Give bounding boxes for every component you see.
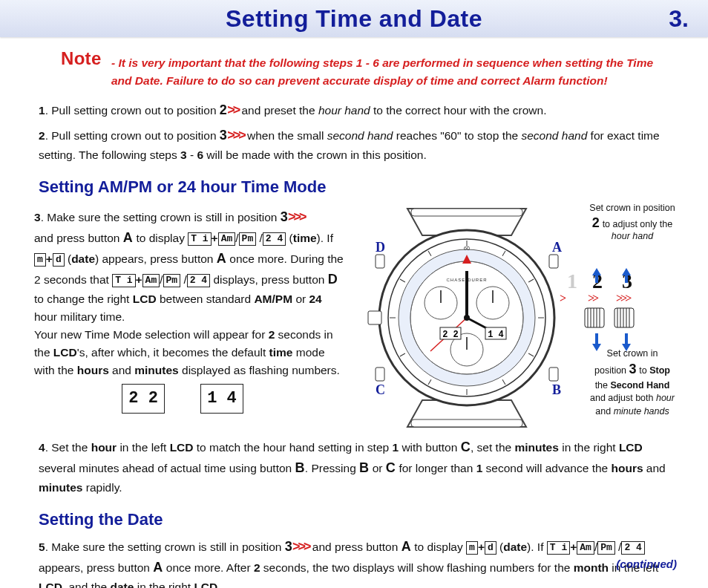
txt: LCD bbox=[39, 581, 62, 588]
txt: / bbox=[256, 232, 263, 244]
watch-diagram: Set crown in position 2 to adjust only t… bbox=[359, 203, 686, 433]
txt: appears, press button bbox=[39, 561, 153, 574]
txt: Set crown in position bbox=[589, 203, 675, 213]
lcd-box: Pm bbox=[597, 541, 615, 555]
lcd-hours-flash: 2 2 bbox=[122, 384, 165, 414]
txt: time bbox=[293, 232, 317, 244]
txt: and press button bbox=[309, 540, 401, 553]
txt: or bbox=[369, 462, 385, 474]
txt: ) appears, press button bbox=[95, 252, 217, 265]
txt: minutes bbox=[134, 364, 178, 376]
txt: or bbox=[292, 293, 309, 305]
crown-caption-top: Set crown in position 2 to adjust only t… bbox=[566, 203, 699, 243]
txt: LCD bbox=[619, 441, 643, 454]
second-hand: second hand bbox=[327, 129, 393, 142]
txt: AM/PM bbox=[254, 293, 292, 305]
txt: several minutes ahead of actual time usi… bbox=[39, 462, 295, 474]
txt: to adjust only the bbox=[600, 219, 672, 229]
txt: 24 bbox=[309, 293, 322, 305]
txt: 6 bbox=[197, 148, 203, 161]
txt: 3 bbox=[180, 148, 187, 161]
txt: + bbox=[46, 252, 53, 265]
txt: - bbox=[187, 148, 197, 161]
chevron-icon: > bbox=[560, 292, 566, 304]
txt: hours bbox=[77, 364, 109, 376]
button-b-marker: B bbox=[552, 382, 561, 397]
step-num: 4 bbox=[39, 441, 45, 454]
button-b-label: B bbox=[295, 460, 305, 475]
button-a-label: A bbox=[217, 251, 226, 266]
txt: + bbox=[136, 273, 142, 286]
lcd-box: Pm bbox=[239, 232, 257, 246]
step-num: 1 bbox=[39, 104, 45, 117]
crown-pos-3: 3 bbox=[281, 209, 288, 224]
txt: . Make sure the setting crown is still i… bbox=[41, 211, 281, 223]
watch-lcd-right: 1 4 bbox=[488, 330, 504, 340]
lcd-box: d bbox=[485, 541, 496, 555]
txt: to change the right bbox=[34, 293, 133, 305]
step-num: 2 bbox=[39, 129, 45, 142]
txt: , and the bbox=[62, 581, 111, 588]
txt: the bbox=[595, 380, 611, 391]
hour: hour bbox=[656, 393, 675, 403]
chevron-icon: >> bbox=[588, 292, 599, 304]
hour-hand: hour hand bbox=[318, 104, 370, 117]
txt: seconds, the two displays will show flas… bbox=[260, 561, 574, 574]
txt: will be made with the crown in this posi… bbox=[203, 148, 427, 161]
step-1: 1. Pull setting crown out to position 2>… bbox=[39, 100, 674, 121]
txt: hour military time. bbox=[34, 310, 125, 323]
lcd-box: T i bbox=[112, 274, 135, 287]
lcd-box: 2 4 bbox=[187, 274, 210, 287]
txt: to the correct hour with the crown. bbox=[370, 104, 547, 117]
note-block: Note - It is very important that the fol… bbox=[34, 45, 674, 90]
button-b-label: B bbox=[359, 460, 369, 475]
txt: + bbox=[478, 540, 485, 553]
txt: when the small bbox=[244, 129, 327, 142]
txt: position bbox=[594, 365, 629, 376]
crown-pos-3: 3 bbox=[220, 128, 227, 143]
lcd-box: 2 4 bbox=[621, 541, 644, 555]
button-a-label: A bbox=[401, 539, 411, 554]
crown-caption-bottom: Set crown in position 3 to Stop the Seco… bbox=[566, 347, 699, 418]
txt: to match the hour hand setting in step bbox=[193, 441, 392, 454]
continued-label: (continued) bbox=[616, 558, 677, 570]
lcd-box: m bbox=[34, 253, 46, 267]
txt: hour bbox=[91, 441, 117, 454]
txt: rapidly. bbox=[82, 481, 122, 494]
txt: ( bbox=[65, 252, 71, 265]
chevron-icon: >>> bbox=[292, 539, 309, 554]
crown-pos-1: 1 bbox=[567, 270, 577, 293]
crown-pos-3: 3 bbox=[285, 539, 292, 554]
txt: 2 bbox=[254, 561, 260, 574]
txt: in the right bbox=[134, 581, 194, 588]
step-5: 5. Make sure the setting crown is still … bbox=[39, 537, 674, 588]
svg-rect-0 bbox=[411, 209, 522, 216]
svg-point-30 bbox=[464, 315, 470, 321]
txt: LCD bbox=[194, 581, 217, 588]
txt: hours bbox=[611, 462, 643, 474]
button-c-label: C bbox=[386, 460, 396, 475]
txt: and bbox=[109, 364, 134, 376]
txt: Stop bbox=[649, 365, 670, 376]
txt: time bbox=[269, 346, 293, 359]
lcd-box: T i bbox=[547, 541, 570, 555]
txt: . Pressing bbox=[305, 462, 359, 474]
txt: to bbox=[637, 365, 649, 376]
txt: between standard bbox=[157, 293, 255, 305]
txt: and bbox=[643, 462, 666, 474]
txt: once more. After bbox=[163, 561, 254, 574]
lcd-box: Am bbox=[142, 274, 160, 287]
crown-pos-2: 2 bbox=[220, 102, 227, 117]
page-content: Note - It is very important that the fol… bbox=[0, 37, 708, 588]
step-3: 3. Make sure the setting crown is still … bbox=[34, 207, 346, 379]
txt: 2 bbox=[269, 328, 275, 341]
txt: month bbox=[574, 561, 609, 574]
txt: . Make sure the setting crown is still i… bbox=[45, 540, 285, 553]
chevron-icon: >> bbox=[227, 102, 238, 117]
second-hand: second hand bbox=[521, 129, 587, 142]
flashing-lcds: 2 2 1 4 bbox=[19, 384, 346, 414]
step-2: 2. Pull setting crown out to position 3>… bbox=[39, 125, 674, 164]
txt: with button bbox=[399, 441, 461, 454]
txt: and press button bbox=[34, 232, 123, 244]
txt: 's, after which, it becomes the default bbox=[77, 346, 269, 359]
